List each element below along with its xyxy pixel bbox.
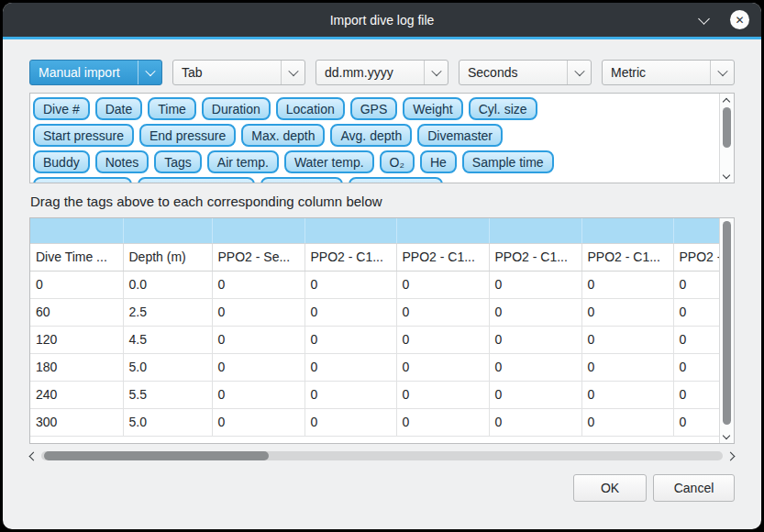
table-cell: 5.5 xyxy=(123,381,212,408)
drag-tag[interactable]: Dive # xyxy=(33,97,90,120)
drag-tag[interactable]: O₂ xyxy=(380,150,415,173)
drag-tag[interactable]: Weight xyxy=(403,97,462,120)
column-drop-target[interactable] xyxy=(123,218,212,243)
table-cell: 0 xyxy=(212,353,304,381)
table-cell: 0 xyxy=(581,271,673,298)
table-cell: 0 xyxy=(673,381,719,408)
table-cell: 0 xyxy=(212,298,304,326)
drag-tag[interactable]: Water temp. xyxy=(284,150,374,173)
table-cell: 0 xyxy=(396,408,489,436)
table-cell: 180 xyxy=(30,353,123,381)
table-cell: 0 xyxy=(304,381,396,408)
table-cell: 0 xyxy=(396,353,489,381)
table-cell: 0 xyxy=(673,298,719,326)
ok-button[interactable]: OK xyxy=(573,474,647,502)
table-cell: 0 xyxy=(489,298,581,326)
column-drop-target[interactable] xyxy=(673,218,719,243)
field-separator-select[interactable]: Tab xyxy=(172,60,305,85)
table-vertical-scrollbar[interactable] xyxy=(719,218,734,443)
window-title: Import dive log file xyxy=(330,13,435,28)
chevron-down-icon xyxy=(138,61,161,84)
drag-tag[interactable]: Cyl. size xyxy=(469,97,537,120)
drag-tag[interactable]: Start pressure xyxy=(33,124,134,147)
import-mode-select[interactable]: Manual import xyxy=(29,60,162,85)
table-body: 00.0000000602.50000001204.50000001805.00… xyxy=(30,271,719,436)
horizontal-scroll-track[interactable] xyxy=(41,451,723,460)
tag-area-scrollbar[interactable] xyxy=(719,94,734,183)
table-cell: 0 xyxy=(581,353,673,381)
titlebar[interactable]: Import dive log file ✕ xyxy=(3,3,761,37)
column-header: PPO2 - C1... xyxy=(489,243,581,271)
table-row: 602.5000000 xyxy=(30,298,719,326)
column-drop-target[interactable] xyxy=(489,218,581,243)
duration-format-select[interactable]: Seconds xyxy=(459,60,592,85)
drag-tag[interactable]: Sample CNS xyxy=(349,177,443,183)
drag-tag[interactable]: Sample pressure xyxy=(138,177,255,183)
chevron-down-icon xyxy=(710,61,734,84)
drag-tag[interactable]: Divemaster xyxy=(417,124,503,147)
column-drop-target[interactable] xyxy=(304,218,396,243)
chevron-down-icon[interactable] xyxy=(698,13,710,25)
table-cell: 0 xyxy=(30,271,123,298)
table-cell: 0 xyxy=(304,353,396,381)
drag-tag[interactable]: Notes xyxy=(95,150,149,173)
table-cell: 5.0 xyxy=(123,353,212,381)
scroll-up-icon[interactable] xyxy=(723,98,730,105)
close-button[interactable]: ✕ xyxy=(730,10,749,29)
table-header-row: Dive Time ...Depth (m)PPO2 - Se...PPO2 -… xyxy=(30,243,719,271)
table-horizontal-scrollbar[interactable] xyxy=(29,449,735,462)
drop-target-row xyxy=(30,218,719,243)
drag-tag[interactable]: Sample depth xyxy=(33,177,132,183)
drag-tag[interactable]: End pressure xyxy=(139,124,236,147)
scroll-down-icon[interactable] xyxy=(723,172,730,179)
drag-tag[interactable]: Air temp. xyxy=(207,150,279,173)
drag-tag[interactable]: Sample time xyxy=(462,150,554,173)
table-cell: 0 xyxy=(581,326,673,353)
column-drop-target[interactable] xyxy=(581,218,673,243)
date-format-select[interactable]: dd.mm.yyyy xyxy=(316,60,448,85)
preview-table-container: Dive Time ...Depth (m)PPO2 - Se...PPO2 -… xyxy=(29,217,735,444)
table-cell: 0 xyxy=(304,408,396,436)
table-cell: 0 xyxy=(304,326,396,353)
table-cell: 0 xyxy=(396,298,489,326)
scroll-right-icon[interactable] xyxy=(726,451,736,460)
table-row: 3005.0000000 xyxy=(30,408,719,436)
scroll-left-icon[interactable] xyxy=(29,451,39,460)
column-drop-target[interactable] xyxy=(396,218,489,243)
table-cell: 0 xyxy=(489,353,581,381)
scrollbar-thumb[interactable] xyxy=(723,221,731,425)
table-cell: 0 xyxy=(673,408,719,436)
scrollbar-thumb[interactable] xyxy=(723,107,731,148)
drag-tag[interactable]: GPS xyxy=(350,97,398,120)
drag-tag[interactable]: Duration xyxy=(202,97,271,120)
table-row: 00.0000000 xyxy=(30,271,719,298)
drag-tag[interactable]: Sample O₂ xyxy=(260,177,343,183)
chevron-down-icon xyxy=(567,61,591,84)
instruction-text: Drag the tags above to each correspondin… xyxy=(30,194,735,209)
drag-tag[interactable]: Max. depth xyxy=(241,124,325,147)
table-cell: 0 xyxy=(396,381,489,408)
table-row: 1805.0000000 xyxy=(30,353,719,381)
dialog-buttons: OK Cancel xyxy=(29,474,735,502)
tag-row: Sample depthSample pressureSample O₂Samp… xyxy=(33,177,712,183)
import-mode-value: Manual import xyxy=(39,65,120,80)
drag-tag[interactable]: Time xyxy=(148,97,196,120)
units-value: Metric xyxy=(611,65,646,80)
drag-tag[interactable]: Avg. depth xyxy=(330,124,412,147)
table-cell: 2.5 xyxy=(123,298,212,326)
table-row: 1204.5000000 xyxy=(30,326,719,353)
table-cell: 240 xyxy=(30,381,123,408)
drag-tag[interactable]: Buddy xyxy=(33,150,90,173)
drag-tag[interactable]: Tags xyxy=(154,150,202,173)
drag-tag[interactable]: Location xyxy=(276,97,345,120)
column-drop-target[interactable] xyxy=(30,218,123,243)
scroll-down-icon[interactable] xyxy=(723,432,730,439)
table-row: 2405.5000000 xyxy=(30,381,719,408)
cancel-button[interactable]: Cancel xyxy=(653,474,735,502)
drag-tag[interactable]: He xyxy=(420,150,457,173)
scrollbar-thumb[interactable] xyxy=(44,451,269,460)
column-drop-target[interactable] xyxy=(212,218,304,243)
date-format-value: dd.mm.yyyy xyxy=(325,65,393,80)
units-select[interactable]: Metric xyxy=(602,60,735,85)
drag-tag[interactable]: Date xyxy=(95,97,143,120)
